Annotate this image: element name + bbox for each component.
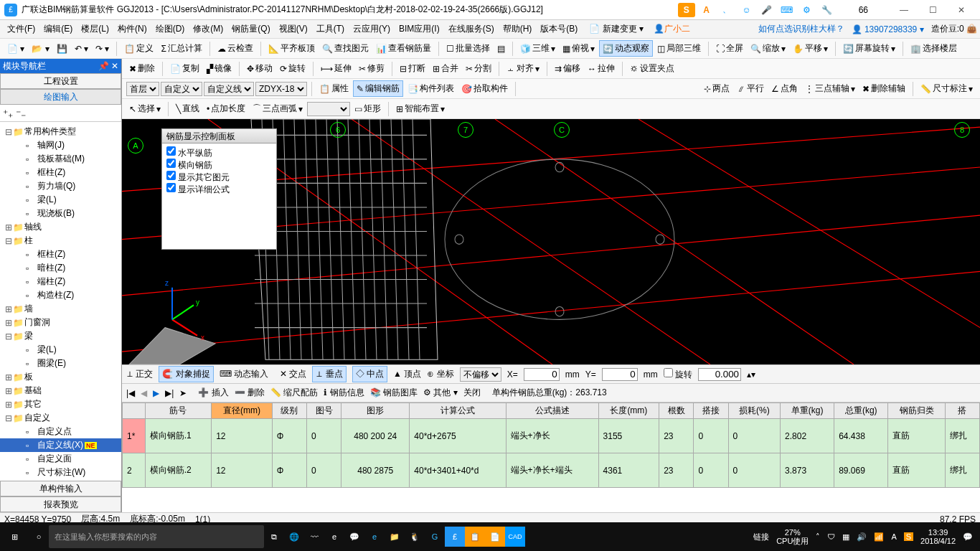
- level-button[interactable]: 📐 平齐板顶: [265, 41, 318, 56]
- tree-node[interactable]: ▫筏板基础(M): [0, 152, 121, 166]
- minimize-button[interactable]: —: [890, 1, 918, 19]
- close-button[interactable]: ✕: [947, 1, 976, 19]
- mid-button[interactable]: ◇ 中点: [352, 366, 387, 382]
- new-change-button[interactable]: 📄 新建变更 ▾: [589, 23, 644, 35]
- tree-node[interactable]: ▫框柱(Z): [0, 166, 121, 179]
- ime-a-icon[interactable]: A: [698, 3, 715, 17]
- rot-spinner[interactable]: ▴▾: [747, 369, 755, 380]
- menu-version[interactable]: 版本号(B): [536, 23, 582, 35]
- redo-icon[interactable]: ↷ ▾: [93, 42, 112, 55]
- menu-rebar[interactable]: 钢筋量(Q): [227, 23, 274, 35]
- tb-app5[interactable]: 📄: [485, 527, 505, 547]
- maximize-button[interactable]: ☐: [918, 1, 947, 19]
- rebar-display-panel[interactable]: 钢筋显示控制面板 水平纵筋 横向钢筋 显示其它图元 显示详细公式: [161, 128, 277, 250]
- opt-h[interactable]: 水平纵筋: [166, 146, 272, 159]
- tb-app4[interactable]: 📋: [465, 527, 485, 547]
- tb-cad[interactable]: CAD: [505, 527, 525, 547]
- prop-button[interactable]: 📋 属性: [316, 81, 352, 96]
- cortana-icon[interactable]: ○: [29, 527, 49, 547]
- rebar-lib-button[interactable]: 📚 钢筋图库: [370, 387, 418, 399]
- snap-button[interactable]: 🧲 对象捕捉: [159, 366, 213, 382]
- nooffset-select[interactable]: 不偏移: [460, 367, 501, 382]
- tree-node[interactable]: ▫轴网(J): [0, 138, 121, 152]
- define-button[interactable]: 📋 定义: [121, 41, 156, 56]
- 3d-button[interactable]: 🧊 三维 ▾: [517, 41, 558, 56]
- rotate-button[interactable]: ⟳ 旋转: [277, 61, 308, 76]
- tb-g[interactable]: G: [425, 527, 445, 547]
- insert-button[interactable]: ➕ 插入: [198, 387, 228, 399]
- other-button[interactable]: ⚙ 其他 ▾: [423, 387, 458, 399]
- nav-arrow-icon[interactable]: ➤: [179, 388, 187, 398]
- scale-button[interactable]: 📏 缩尺配筋: [270, 387, 318, 399]
- misc-icon[interactable]: ▤: [494, 42, 508, 55]
- tray-up-icon[interactable]: ˄: [816, 532, 820, 542]
- tree-node[interactable]: ▫框柱(Z): [0, 248, 121, 261]
- line-button[interactable]: ╲ 直线: [173, 101, 202, 116]
- coord-button[interactable]: ⊕ 坐标: [427, 368, 453, 380]
- vert-button[interactable]: ▲ 顶点: [393, 368, 421, 380]
- menu-member[interactable]: 构件(N): [113, 23, 151, 35]
- ime-dot-icon[interactable]: 、: [718, 3, 735, 17]
- sum-button[interactable]: Σ 汇总计算: [158, 41, 204, 56]
- move-button[interactable]: ✥ 移动: [244, 61, 275, 76]
- menu-floor[interactable]: 楼层(L): [77, 23, 113, 35]
- cloud-check-button[interactable]: ☁ 云检查: [215, 41, 256, 56]
- opt-other[interactable]: 显示其它图元: [166, 171, 272, 183]
- delete-button[interactable]: ✖ 删除: [126, 61, 158, 76]
- rotate-check[interactable]: 旋转: [664, 368, 692, 381]
- y-input[interactable]: [602, 368, 638, 381]
- tb-app1[interactable]: 🌐: [284, 527, 304, 547]
- ime-mic-icon[interactable]: 🎤: [758, 3, 776, 17]
- menu-online[interactable]: 在线服务(S): [444, 23, 499, 35]
- open-icon[interactable]: 📂 ▾: [29, 42, 52, 55]
- taskbar-search[interactable]: 在这里输入你想要搜索的内容: [49, 525, 264, 548]
- dim-button[interactable]: 📏 尺寸标注 ▾: [918, 81, 976, 96]
- tree-node[interactable]: ⊞📁门窗洞: [0, 316, 121, 329]
- tree-node[interactable]: ▫剪力墙(Q): [0, 179, 121, 193]
- tb-qq[interactable]: 🐧: [405, 527, 425, 547]
- grip-button[interactable]: ⛭ 设置夹点: [627, 61, 677, 76]
- mirror-button[interactable]: ▞ 镜像: [204, 61, 235, 76]
- copy-button[interactable]: 📄 复制: [167, 61, 202, 76]
- threepoint-button[interactable]: ⋮ 三点辅轴 ▾: [802, 81, 858, 96]
- rebar-grid[interactable]: 筋号直径(mm)级别图号图形计算公式公式描述长度(mm)根数搭接损耗(%)单重(…: [122, 402, 980, 512]
- tree-node[interactable]: ⊞📁轴线: [0, 220, 121, 234]
- tray-shield-icon[interactable]: 🛡: [827, 532, 835, 541]
- orbit-button[interactable]: 🔄 动态观察: [599, 40, 653, 57]
- top-view-button[interactable]: ▦ 俯视 ▾: [560, 41, 598, 56]
- pointangle-button[interactable]: ∠ 点角: [768, 81, 801, 96]
- tab-project[interactable]: 工程设置: [0, 73, 121, 89]
- tree-node[interactable]: ▫自定义面: [0, 452, 121, 466]
- kind-select[interactable]: 自定义: [161, 82, 202, 96]
- tree-node[interactable]: ⊞📁板: [0, 370, 121, 384]
- pick-button[interactable]: 🎯 拾取构件: [458, 81, 511, 96]
- tb-app3[interactable]: ₤: [445, 527, 465, 547]
- local-3d-button[interactable]: ◫ 局部三维: [654, 41, 704, 56]
- taskview-icon[interactable]: ⧉: [264, 527, 284, 547]
- tree-node[interactable]: ▫梁(L): [0, 343, 121, 357]
- tab-report[interactable]: 报表预览: [0, 496, 121, 512]
- edit-rebar-button[interactable]: ✎ 编辑钢筋: [353, 80, 403, 97]
- dyn-input-button[interactable]: ⌨ 动态输入: [220, 368, 268, 380]
- rot-input[interactable]: [698, 368, 741, 381]
- tray-app-icon[interactable]: ▦: [842, 532, 849, 542]
- pan-button[interactable]: ✋ 平移 ▾: [790, 41, 831, 56]
- tree-node[interactable]: ▫端柱(Z): [0, 275, 121, 288]
- tab-draw[interactable]: 绘图输入: [0, 89, 121, 105]
- tree-node[interactable]: ⊞📁其它: [0, 397, 121, 411]
- tree-node[interactable]: ▫自定义线(X)NE: [0, 438, 121, 452]
- menu-tool[interactable]: 工具(T): [312, 23, 349, 35]
- tray-a-icon[interactable]: A: [891, 532, 896, 541]
- new-icon[interactable]: 📄 ▾: [4, 42, 27, 55]
- ime-tool-icon[interactable]: 🔧: [819, 3, 836, 17]
- start-button[interactable]: ⊞: [0, 522, 29, 551]
- tree-node[interactable]: ▫尺寸标注(W): [0, 466, 121, 479]
- viewport-3d[interactable]: x y z A 6 7 C 8 钢筋显示控制面板 水平纵筋 横向钢筋 显示其它图…: [122, 119, 980, 364]
- arc-combo[interactable]: [307, 102, 350, 116]
- view-rebar-button[interactable]: 📊 查看钢筋量: [373, 41, 434, 56]
- floor-select[interactable]: 首层: [126, 82, 159, 96]
- tb-edge[interactable]: e: [324, 527, 344, 547]
- ime-face-icon[interactable]: ☺: [738, 3, 755, 17]
- tree-node[interactable]: ▫暗柱(Z): [0, 261, 121, 275]
- tb-chat[interactable]: 💬: [344, 527, 364, 547]
